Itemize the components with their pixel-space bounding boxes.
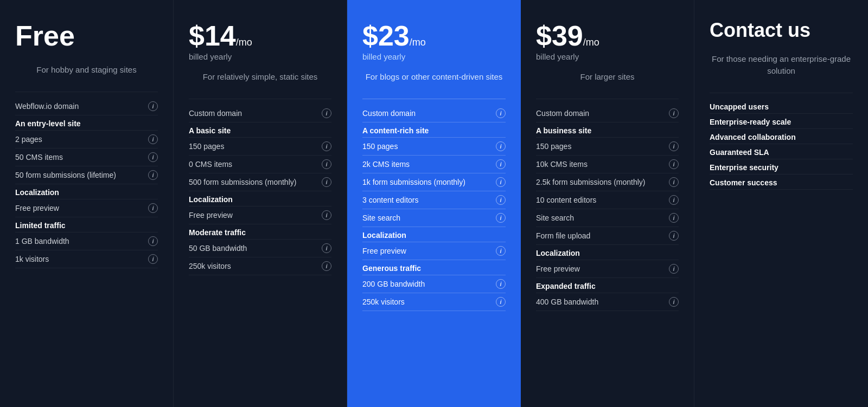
info-icon[interactable]: i: [496, 159, 506, 169]
feature-header-free-1: An entry-level site: [15, 115, 158, 131]
feature-header-starter-5: Localization: [189, 191, 331, 206]
info-icon[interactable]: i: [496, 177, 506, 187]
info-icon[interactable]: i: [496, 297, 506, 307]
info-icon[interactable]: i: [148, 152, 158, 162]
feature-row-cms-2: 150 pagesi: [362, 138, 506, 156]
feature-header-cms-9: Generous traffic: [362, 260, 506, 275]
info-icon[interactable]: i: [496, 246, 506, 256]
plan-col-cms: $23/mobilled yearlyFor blogs or other co…: [347, 0, 521, 407]
feature-row-cms-8: Free previewi: [362, 242, 506, 260]
plan-col-starter: $14/mobilled yearlyFor relatively simple…: [174, 0, 347, 407]
feature-header-enterprise-1: Enterprise-ready scale: [710, 114, 853, 129]
feature-row-starter-9: 250k visitorsi: [189, 257, 331, 275]
feature-row-cms-0: Custom domaini: [362, 105, 506, 122]
feature-header-enterprise-2: Advanced collaboration: [710, 129, 853, 144]
plan-col-enterprise: Contact usFor those needing an enterpris…: [694, 0, 868, 407]
feature-row-free-6: Free previewi: [15, 199, 158, 217]
feature-row-starter-4: 500 form submissions (monthly)i: [189, 173, 331, 191]
plan-billed-starter: billed yearly: [189, 52, 331, 61]
feature-header-business-8: Localization: [536, 245, 679, 260]
info-icon[interactable]: i: [322, 141, 331, 151]
info-icon[interactable]: i: [322, 108, 331, 118]
info-icon[interactable]: i: [669, 177, 679, 187]
plan-col-business: $39/mobilled yearlyFor larger sitesCusto…: [521, 0, 694, 407]
feature-row-cms-6: Site searchi: [362, 209, 506, 227]
feature-row-business-0: Custom domaini: [536, 105, 679, 122]
feature-row-business-7: Form file uploadi: [536, 227, 679, 245]
feature-header-business-1: A business site: [536, 122, 679, 138]
plan-title-free: Free: [15, 20, 158, 52]
info-icon[interactable]: i: [669, 141, 679, 151]
info-icon[interactable]: i: [322, 261, 331, 271]
plan-description-business: For larger sites: [536, 71, 679, 83]
plan-description-enterprise: For those needing an enterprise-grade so…: [710, 53, 853, 77]
feature-row-business-9: Free previewi: [536, 260, 679, 278]
info-icon[interactable]: i: [322, 159, 331, 169]
feature-row-business-5: 10 content editorsi: [536, 191, 679, 209]
info-icon[interactable]: i: [669, 264, 679, 274]
info-icon[interactable]: i: [148, 134, 158, 144]
plan-title-cms: $23/mo: [362, 20, 506, 52]
info-icon[interactable]: i: [496, 195, 506, 205]
feature-row-business-3: 10k CMS itemsi: [536, 156, 679, 173]
plan-title-business: $39/mo: [536, 20, 679, 52]
feature-row-starter-2: 150 pagesi: [189, 138, 331, 156]
info-icon[interactable]: i: [148, 170, 158, 180]
info-icon[interactable]: i: [322, 243, 331, 253]
info-icon[interactable]: i: [669, 231, 679, 241]
plan-billed-business: billed yearly: [536, 52, 679, 61]
info-icon[interactable]: i: [148, 101, 158, 111]
feature-header-starter-7: Moderate traffic: [189, 224, 331, 240]
info-icon[interactable]: i: [148, 203, 158, 213]
plan-title-enterprise: Contact us: [710, 20, 853, 41]
plan-title-starter: $14/mo: [189, 20, 331, 52]
feature-row-free-0: Webflow.io domaini: [15, 98, 158, 115]
feature-row-starter-3: 0 CMS itemsi: [189, 156, 331, 173]
feature-row-cms-10: 200 GB bandwidthi: [362, 275, 506, 293]
feature-header-free-5: Localization: [15, 184, 158, 199]
feature-header-free-7: Limited traffic: [15, 217, 158, 232]
pricing-grid: FreeFor hobby and staging sitesWebflow.i…: [0, 0, 868, 407]
plan-description-cms: For blogs or other content-driven sites: [362, 71, 506, 83]
feature-row-starter-8: 50 GB bandwidthi: [189, 240, 331, 257]
feature-row-free-8: 1 GB bandwidthi: [15, 232, 158, 250]
info-icon[interactable]: i: [148, 236, 158, 246]
feature-row-free-2: 2 pagesi: [15, 131, 158, 148]
info-icon[interactable]: i: [148, 254, 158, 264]
info-icon[interactable]: i: [322, 210, 331, 220]
feature-header-cms-7: Localization: [362, 227, 506, 242]
feature-row-cms-4: 1k form submissions (monthly)i: [362, 173, 506, 191]
plan-description-free: For hobby and staging sites: [15, 64, 158, 76]
feature-row-cms-5: 3 content editorsi: [362, 191, 506, 209]
feature-row-business-2: 150 pagesi: [536, 138, 679, 156]
feature-header-enterprise-0: Uncapped users: [710, 99, 853, 114]
feature-header-enterprise-3: Guaranteed SLA: [710, 144, 853, 159]
info-icon[interactable]: i: [669, 159, 679, 169]
info-icon[interactable]: i: [322, 177, 331, 187]
info-icon[interactable]: i: [669, 297, 679, 307]
info-icon[interactable]: i: [669, 195, 679, 205]
info-icon[interactable]: i: [496, 279, 506, 289]
plan-description-starter: For relatively simple, static sites: [189, 71, 331, 83]
feature-header-enterprise-4: Enterprise security: [710, 159, 853, 175]
info-icon[interactable]: i: [496, 108, 506, 118]
info-icon[interactable]: i: [496, 141, 506, 151]
info-icon[interactable]: i: [669, 213, 679, 223]
feature-row-free-4: 50 form submissions (lifetime)i: [15, 166, 158, 184]
feature-row-starter-6: Free previewi: [189, 206, 331, 224]
feature-row-cms-11: 250k visitorsi: [362, 293, 506, 311]
feature-header-enterprise-5: Customer success: [710, 175, 853, 190]
feature-row-business-6: Site searchi: [536, 209, 679, 227]
feature-row-free-9: 1k visitorsi: [15, 250, 158, 268]
feature-header-business-10: Expanded traffic: [536, 278, 679, 293]
feature-row-business-4: 2.5k form submissions (monthly)i: [536, 173, 679, 191]
feature-row-business-11: 400 GB bandwidthi: [536, 293, 679, 311]
feature-row-starter-0: Custom domaini: [189, 105, 331, 122]
info-icon[interactable]: i: [496, 213, 506, 223]
plan-col-free: FreeFor hobby and staging sitesWebflow.i…: [0, 0, 174, 407]
feature-row-free-3: 50 CMS itemsi: [15, 148, 158, 166]
feature-header-cms-1: A content-rich site: [362, 122, 506, 138]
feature-row-cms-3: 2k CMS itemsi: [362, 156, 506, 173]
info-icon[interactable]: i: [669, 108, 679, 118]
plan-billed-cms: billed yearly: [362, 52, 506, 61]
